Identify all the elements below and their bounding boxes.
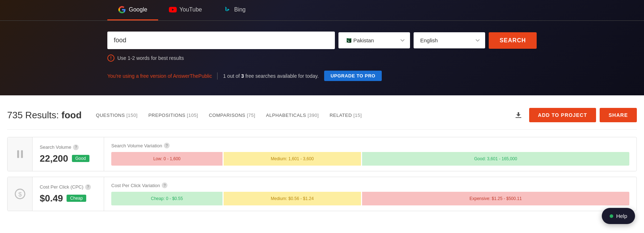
language-select[interactable]: English Urdu <box>414 32 485 48</box>
youtube-icon <box>169 6 177 14</box>
share-button[interactable]: SHARE <box>600 108 637 122</box>
tabs-bar: Google YouTube Bing <box>0 0 644 21</box>
cpc-left: Cost Per Click (CPC) ? $0.49 Cheap <box>33 177 104 211</box>
search-volume-icon-box <box>8 137 33 171</box>
search-volume-label: Search Volume ? <box>40 144 97 150</box>
free-version-text: You're using a free version of AnswerThe… <box>107 73 212 79</box>
cpc-card: $ Cost Per Click (CPC) ? $0.49 Cheap Cos… <box>7 177 637 211</box>
bar-medium2: Medium: $0.56 - $1.24 <box>224 192 361 205</box>
search-volume-value: 22,200 Good <box>40 153 97 164</box>
cpc-variation-label: Cost Per Click Variation ? <box>111 182 629 188</box>
svg-rect-0 <box>17 150 19 158</box>
cpc-value: $0.49 Cheap <box>40 193 97 204</box>
cpc-badge: Cheap <box>67 195 86 202</box>
search-volume-right: Search Volume Variation ? Low: 0 - 1,600… <box>104 137 636 171</box>
metrics-section: Search Volume ? 22,200 Good Search Volum… <box>7 130 637 218</box>
country-select[interactable]: 🇵🇰 Pakistan 🇺🇸 United States 🇬🇧 United K… <box>338 32 410 48</box>
bar-expensive: Expensive: $1.25 - $500.11 <box>362 192 629 205</box>
tab-bing[interactable]: Bing <box>213 0 256 20</box>
search-volume-card: Search Volume ? 22,200 Good Search Volum… <box>7 137 637 171</box>
cpc-label: Cost Per Click (CPC) ? <box>40 184 97 190</box>
search-row: 🇵🇰 Pakistan 🇺🇸 United States 🇬🇧 United K… <box>107 32 537 49</box>
searches-suffix: free searches available for today. <box>244 73 319 79</box>
results-count-label: 735 Results: <box>7 110 62 120</box>
dollar-icon: $ <box>14 188 26 200</box>
svg-text:$: $ <box>18 191 22 198</box>
nav-filters: QUESTIONS [150] PREPOSITIONS [105] COMPA… <box>96 113 504 118</box>
info-icon: ! <box>107 54 114 62</box>
add-to-project-button[interactable]: ADD TO PROJECT <box>529 108 596 122</box>
bing-icon <box>223 6 231 14</box>
search-area: 🇵🇰 Pakistan 🇺🇸 United States 🇬🇧 United K… <box>0 21 644 85</box>
bar-cheap: Cheap: 0 - $0.55 <box>111 192 223 205</box>
results-header: 735 Results: food QUESTIONS [150] PREPOS… <box>7 103 637 130</box>
cpc-icon-box: $ <box>8 177 33 211</box>
free-version-row: You're using a free version of AnswerThe… <box>107 67 537 85</box>
bar-low: Low: 0 - 1,600 <box>111 152 223 166</box>
search-volume-badge: Good <box>72 155 89 162</box>
cpc-help[interactable]: ? <box>85 184 91 190</box>
help-dot <box>610 214 613 218</box>
filter-comparisons[interactable]: COMPARISONS [75] <box>209 113 255 118</box>
upgrade-button[interactable]: UPGRADE TO PRO <box>324 71 382 81</box>
bar-medium: Medium: 1,601 - 3,600 <box>224 152 361 166</box>
results-keyword: food <box>62 110 82 120</box>
search-volume-variation-help[interactable]: ? <box>164 143 170 148</box>
vertical-divider <box>217 72 218 80</box>
results-actions: ADD TO PROJECT SHARE <box>511 108 637 122</box>
filter-questions[interactable]: QUESTIONS [150] <box>96 113 138 118</box>
search-button[interactable]: SEARCH <box>489 32 537 49</box>
search-volume-bar: Low: 0 - 1,600 Medium: 1,601 - 3,600 Goo… <box>111 152 629 166</box>
cpc-bar: Cheap: 0 - $0.55 Medium: $0.56 - $1.24 E… <box>111 192 629 205</box>
filter-prepositions[interactable]: PREPOSITIONS [105] <box>148 113 198 118</box>
tab-google[interactable]: Google <box>107 0 158 20</box>
pause-icon <box>14 148 26 160</box>
download-icon <box>514 111 523 119</box>
searches-prefix: 1 out of <box>223 73 241 79</box>
filter-related[interactable]: RELATED [15] <box>330 113 362 118</box>
google-icon <box>118 6 126 14</box>
help-button[interactable]: Help <box>602 208 635 224</box>
download-button[interactable] <box>511 108 526 122</box>
searches-bold: 3 <box>241 73 244 79</box>
tab-bing-label: Bing <box>234 6 245 13</box>
bar-good: Good: 3,601 - 165,000 <box>362 152 629 166</box>
info-row: ! Use 1-2 words for best results <box>107 54 537 62</box>
tab-youtube-label: YouTube <box>180 6 202 13</box>
tab-google-label: Google <box>129 6 147 13</box>
help-label: Help <box>616 213 627 219</box>
search-volume-left: Search Volume ? 22,200 Good <box>33 137 104 171</box>
svg-rect-1 <box>21 150 23 158</box>
search-volume-help[interactable]: ? <box>73 144 79 150</box>
searches-text: 1 out of 3 free searches available for t… <box>223 73 318 79</box>
search-volume-variation-label: Search Volume Variation ? <box>111 143 629 148</box>
cpc-variation-help[interactable]: ? <box>162 182 167 188</box>
cpc-right: Cost Per Click Variation ? Cheap: 0 - $0… <box>104 177 636 211</box>
info-message: Use 1-2 words for best results <box>117 55 184 61</box>
filter-alphabeticals[interactable]: ALPHABETICALS [390] <box>266 113 319 118</box>
results-section: 735 Results: food QUESTIONS [150] PREPOS… <box>0 95 644 233</box>
results-title: 735 Results: food <box>7 110 82 121</box>
tab-youtube[interactable]: YouTube <box>158 0 213 20</box>
search-input[interactable] <box>107 32 335 49</box>
